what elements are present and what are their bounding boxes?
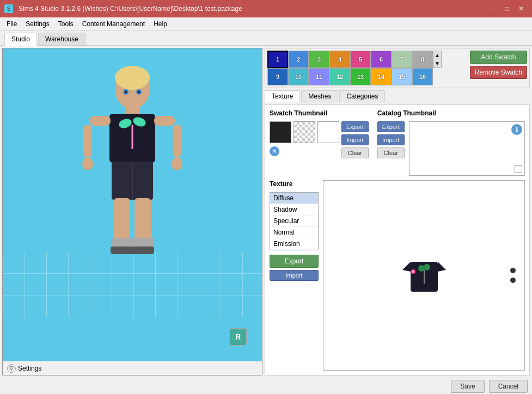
menu-tools[interactable]: Tools — [54, 19, 78, 29]
dot-1 — [510, 268, 516, 273]
close-button[interactable]: ✕ — [515, 3, 528, 14]
swatch-16[interactable]: 16 — [412, 68, 433, 85]
texture-preview-image — [400, 251, 449, 300]
minimize-button[interactable]: ─ — [486, 3, 499, 14]
right-panel: 1 2 3 4 5 6 7 8 ▲ ▼ 9 — [265, 48, 530, 375]
settings-label: Settings — [18, 365, 41, 372]
swatch-8[interactable]: 8 — [412, 51, 433, 68]
catalog-row: Export Import Clear ℹ — [377, 121, 525, 176]
texture-import-button[interactable]: Import — [270, 270, 319, 281]
character-svg: 🌴 — [67, 59, 198, 293]
texture-item-emission[interactable]: Emission — [270, 238, 318, 250]
texture-section-label: Texture — [270, 180, 319, 188]
swatch-6[interactable]: 6 — [371, 51, 392, 68]
swatch-section: 1 2 3 4 5 6 7 8 ▲ ▼ 9 — [265, 48, 530, 88]
texture-content: Swatch Thumbnail ✕ Export Import Clear — [265, 104, 530, 375]
sub-tab-categories[interactable]: Categories — [339, 90, 385, 102]
viewer-3d: 🌴 — [3, 48, 262, 361]
swatch-3[interactable]: 3 — [309, 51, 329, 68]
swatch-thumb-buttons: Export Import Clear — [341, 121, 369, 158]
menu-content-management[interactable]: Content Management — [78, 19, 149, 29]
svg-rect-14 — [114, 198, 130, 242]
swatch-scroll-up[interactable]: ▲ — [433, 51, 441, 59]
settings-toggle[interactable]: ▽ — [7, 364, 16, 373]
cancel-button[interactable]: Cancel — [489, 380, 528, 393]
svg-point-25 — [138, 91, 140, 94]
svg-point-32 — [424, 264, 430, 270]
remove-swatch-button[interactable]: Remove Swatch — [470, 66, 527, 79]
sub-tab-meshes[interactable]: Meshes — [301, 90, 338, 102]
title-bar-text: Sims 4 Studio 3.1.2.6 (Wishes) C:\Users\… — [16, 5, 242, 13]
svg-rect-10 — [83, 125, 92, 157]
swatch-thumbnail-label: Swatch Thumbnail — [270, 109, 369, 117]
swatch-export-button[interactable]: Export — [341, 121, 369, 132]
swatch-2[interactable]: 2 — [288, 51, 309, 68]
svg-point-20 — [82, 157, 93, 170]
svg-point-21 — [172, 157, 182, 170]
swatch-9[interactable]: 9 — [267, 68, 288, 85]
swatch-12[interactable]: 12 — [329, 68, 350, 85]
swatch-13[interactable]: 13 — [350, 68, 371, 85]
svg-rect-11 — [173, 125, 181, 157]
swatch-x-badge[interactable]: ✕ — [270, 146, 279, 156]
swatch-5[interactable]: 5 — [350, 51, 371, 68]
texture-item-specular[interactable]: Specular — [270, 216, 318, 227]
swatch-4[interactable]: 4 — [329, 51, 350, 68]
texture-list-section: Texture Diffuse Shadow Specular Normal E… — [270, 180, 319, 371]
menu-file[interactable]: File — [2, 19, 21, 29]
swatch-import-button[interactable]: Import — [341, 134, 369, 145]
catalog-import-button[interactable]: Import — [377, 134, 405, 145]
swatch-1[interactable]: 1 — [267, 51, 288, 68]
swatch-clear-button[interactable]: Clear — [341, 147, 369, 158]
swatch-scroll-right: ▲ ▼ — [433, 51, 442, 68]
catalog-buttons: Export Import Clear — [377, 121, 405, 158]
swatch-thumbnail-row: ✕ Export Import Clear — [270, 121, 369, 158]
character-area: 🌴 — [3, 48, 262, 361]
title-bar: S Sims 4 Studio 3.1.2.6 (Wishes) C:\User… — [0, 0, 532, 17]
save-button[interactable]: Save — [451, 380, 484, 393]
swatch-15[interactable]: 15 — [392, 68, 412, 85]
texture-action-buttons: Export Import — [270, 255, 319, 281]
swatch-thumbnail-section: Swatch Thumbnail ✕ Export Import Clear — [270, 109, 369, 176]
title-bar-controls: ─ □ ✕ — [486, 3, 528, 14]
texture-item-diffuse[interactable]: Diffuse — [270, 193, 318, 204]
texture-top: Swatch Thumbnail ✕ Export Import Clear — [270, 109, 525, 176]
menu-help[interactable]: Help — [149, 19, 172, 29]
menu-bar: File Settings Tools Content Management H… — [0, 17, 532, 30]
menu-settings[interactable]: Settings — [21, 19, 53, 29]
tab-warehouse[interactable]: Warehouse — [38, 33, 85, 45]
sub-tab-bar: Texture Meshes Categories — [265, 90, 530, 102]
swatch-scroll-down[interactable]: ▼ — [433, 59, 441, 67]
catalog-clear-button[interactable]: Clear — [377, 147, 405, 158]
swatch-row-1: 1 2 3 4 5 6 7 8 ▲ ▼ — [267, 51, 463, 68]
swatch-10[interactable]: 10 — [288, 68, 309, 85]
swatch-14[interactable]: 14 — [371, 68, 392, 85]
svg-rect-8 — [90, 116, 111, 126]
restore-button[interactable]: □ — [500, 3, 513, 14]
catalog-preview: ℹ — [409, 121, 525, 176]
svg-rect-18 — [111, 247, 133, 254]
bottom-bar: Save Cancel — [0, 378, 532, 394]
tab-studio[interactable]: Studio — [4, 33, 37, 46]
swatch-11[interactable]: 11 — [309, 68, 329, 85]
texture-item-normal[interactable]: Normal — [270, 227, 318, 238]
texture-export-button[interactable]: Export — [270, 255, 319, 268]
svg-rect-9 — [154, 116, 175, 126]
svg-rect-15 — [134, 198, 151, 242]
swatch-thumb-black — [270, 121, 291, 143]
settings-bar: ▽ Settings — [3, 361, 262, 375]
swatch-thumb-white — [317, 121, 339, 143]
catalog-export-button[interactable]: Export — [377, 121, 405, 132]
add-swatch-button[interactable]: Add Swatch — [470, 51, 527, 64]
catalog-info-icon[interactable]: ℹ — [511, 124, 522, 135]
svg-point-31 — [418, 265, 425, 272]
catalog-checkbox[interactable] — [515, 165, 522, 173]
swatch-grid: 1 2 3 4 5 6 7 8 ▲ ▼ 9 — [267, 51, 463, 85]
viewer-panel: 🌴 — [2, 48, 262, 375]
texture-item-shadow[interactable]: Shadow — [270, 204, 318, 216]
swatch-thumb-checker — [293, 121, 315, 143]
texture-list: Diffuse Shadow Specular Normal Emission — [270, 192, 319, 250]
r-button[interactable]: R — [229, 328, 247, 346]
swatch-7[interactable]: 7 — [392, 51, 412, 68]
sub-tab-texture[interactable]: Texture — [265, 90, 300, 102]
